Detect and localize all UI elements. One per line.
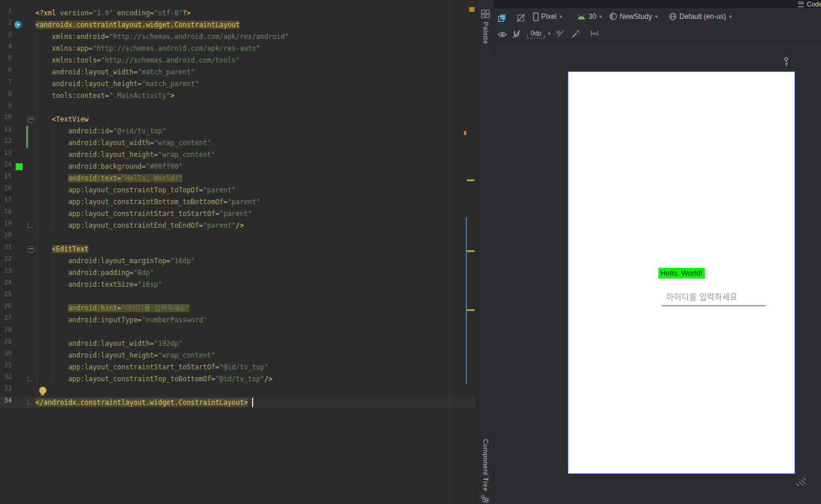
design-surface-button[interactable] (498, 12, 506, 24)
code-line[interactable] (35, 231, 289, 243)
line-number[interactable]: 16 (0, 184, 12, 196)
autoconnect-toggle[interactable] (512, 28, 521, 40)
palette-tab[interactable]: Palette (482, 22, 489, 44)
code-line[interactable]: android:background="#00ff00" (35, 161, 289, 172)
code-line[interactable]: xmlns:tools="http://schemas.android.com/… (35, 54, 289, 66)
code-line[interactable]: android:layout_height="match_parent" (35, 78, 289, 90)
scrollbar-mark[interactable] (464, 131, 466, 135)
clear-constraints-button[interactable] (555, 28, 565, 40)
related-file-gutter-icon[interactable] (14, 21, 22, 29)
line-number[interactable]: 27 (0, 314, 12, 326)
fold-end-marker[interactable] (28, 222, 33, 228)
code-line[interactable]: android:inputType="numberPassword" (35, 314, 289, 326)
line-number[interactable]: 28 (0, 326, 12, 338)
xml-editor-pane[interactable]: 1234567891011121314151617181920212223242… (0, 0, 477, 504)
line-number[interactable]: 15 (0, 172, 12, 184)
line-number[interactable]: 32 (0, 373, 12, 385)
line-number[interactable]: 25 (0, 290, 12, 302)
code-line[interactable]: <EditText (35, 243, 289, 255)
line-number[interactable]: 4 (0, 42, 12, 54)
code-line[interactable]: android:padding="8dp" (35, 267, 289, 279)
code-line[interactable]: android:layout_width="192dp" (35, 338, 289, 349)
line-number[interactable]: 7 (0, 78, 12, 90)
line-number[interactable]: 26 (0, 302, 12, 314)
device-selector[interactable]: Pixel ▾ (533, 11, 562, 22)
fold-end-marker[interactable] (28, 376, 33, 381)
line-number[interactable]: 31 (0, 361, 12, 373)
code-line[interactable]: <?xml version="1.0" encoding="utf-8"?> (35, 7, 289, 19)
code-area[interactable]: <?xml version="1.0" encoding="utf-8"?><a… (35, 7, 289, 408)
infer-constraints-button[interactable] (571, 28, 580, 40)
code-line[interactable]: xmlns:android="http://schemas.android.co… (35, 31, 289, 42)
code-line[interactable]: app:layout_constraintTop_toBottomOf="@id… (35, 373, 289, 385)
line-number[interactable]: 3 (0, 31, 12, 42)
scrollbar-mark[interactable] (469, 7, 475, 12)
line-number[interactable]: 21 (0, 243, 12, 255)
line-number[interactable]: 33 (0, 385, 12, 397)
line-number[interactable]: 20 (0, 231, 12, 243)
line-number[interactable]: 17 (0, 196, 12, 208)
orientation-button[interactable] (516, 12, 525, 24)
preview-textview-hello[interactable]: Hello, World! (658, 268, 705, 279)
line-number[interactable]: 2 (0, 19, 12, 31)
component-tree-tab[interactable]: Component Tree (482, 439, 489, 492)
component-tree-icon[interactable] (481, 495, 490, 503)
scrollbar-occurrence-mark[interactable] (467, 250, 475, 252)
line-number[interactable]: 30 (0, 349, 12, 361)
code-line[interactable]: app:layout_constraintBottom_toBottomOf="… (35, 196, 289, 208)
code-line[interactable]: app:layout_constraintTop_toTopOf="parent… (35, 184, 289, 196)
code-line[interactable]: app:layout_constraintStart_toStartOf="@i… (35, 361, 289, 373)
api-level-selector[interactable]: 30 ▾ (577, 11, 602, 22)
line-number[interactable]: 14 (0, 161, 12, 172)
editor-gutter[interactable]: 1234567891011121314151617181920212223242… (0, 7, 12, 408)
intention-lightbulb-icon[interactable] (39, 387, 47, 394)
line-number[interactable]: 6 (0, 66, 12, 78)
line-number[interactable]: 18 (0, 208, 12, 220)
locale-selector[interactable]: Default (en-us) ▾ (669, 11, 732, 22)
scrollbar-selection-mark[interactable] (466, 217, 467, 384)
line-number[interactable]: 8 (0, 90, 12, 102)
code-line[interactable]: android:text="Hello, World!" (35, 172, 289, 184)
scrollbar-occurrence-mark[interactable] (467, 309, 475, 311)
theme-selector[interactable]: NewStudy ▾ (609, 11, 658, 22)
line-number[interactable]: 19 (0, 220, 12, 231)
code-line[interactable]: android:id="@+id/tv_top" (35, 125, 289, 137)
preview-edittext[interactable]: 아이디를 입력하세요 (662, 290, 766, 306)
view-options-button[interactable] (498, 28, 507, 40)
vcs-change-marker[interactable] (26, 126, 28, 148)
code-line[interactable] (35, 385, 289, 397)
line-number[interactable]: 29 (0, 338, 12, 349)
code-line[interactable] (35, 102, 289, 113)
line-number[interactable]: 11 (0, 125, 12, 137)
palette-icon[interactable] (481, 9, 490, 18)
canvas-resize-handle[interactable] (795, 475, 806, 486)
line-number[interactable]: 23 (0, 267, 12, 279)
expand-horizontal-button[interactable] (590, 28, 599, 40)
code-line[interactable]: <TextView (35, 113, 289, 125)
code-line[interactable]: android:layout_width="wrap_content" (35, 137, 289, 149)
code-line[interactable]: android:layout_height="wrap_content" (35, 349, 289, 361)
code-line[interactable]: app:layout_constraintEnd_toEndOf="parent… (35, 220, 289, 231)
line-number[interactable]: 12 (0, 137, 12, 149)
code-line[interactable]: android:layout_height="wrap_content" (35, 149, 289, 161)
code-line[interactable]: </androidx.constraintlayout.widget.Const… (35, 397, 289, 408)
color-preview-swatch[interactable] (15, 163, 23, 171)
code-line[interactable] (35, 290, 289, 302)
code-line[interactable]: <androidx.constraintlayout.widget.Constr… (35, 19, 289, 31)
default-margins-selector[interactable]: 0dp ▾ (527, 28, 551, 40)
code-line[interactable]: android:textSize="16sp" (35, 279, 289, 290)
line-number[interactable]: 22 (0, 255, 12, 267)
code-line[interactable] (35, 326, 289, 338)
code-line[interactable]: tools:context=".MainActivity"> (35, 90, 289, 102)
fold-start-marker[interactable] (28, 116, 34, 123)
code-line[interactable]: android:hint="아이디를 입력하세요" (35, 302, 289, 314)
code-mode-toggle[interactable]: Code (798, 1, 821, 8)
line-number[interactable]: 24 (0, 279, 12, 290)
fold-end-marker[interactable] (28, 400, 33, 405)
line-number[interactable]: 13 (0, 149, 12, 161)
scrollbar-occurrence-mark[interactable] (467, 179, 475, 181)
code-line[interactable]: app:layout_constraintStart_toStartOf="pa… (35, 208, 289, 220)
line-number[interactable]: 10 (0, 113, 12, 125)
line-number[interactable]: 5 (0, 54, 12, 66)
code-line[interactable]: android:layout_width="match_parent" (35, 66, 289, 78)
